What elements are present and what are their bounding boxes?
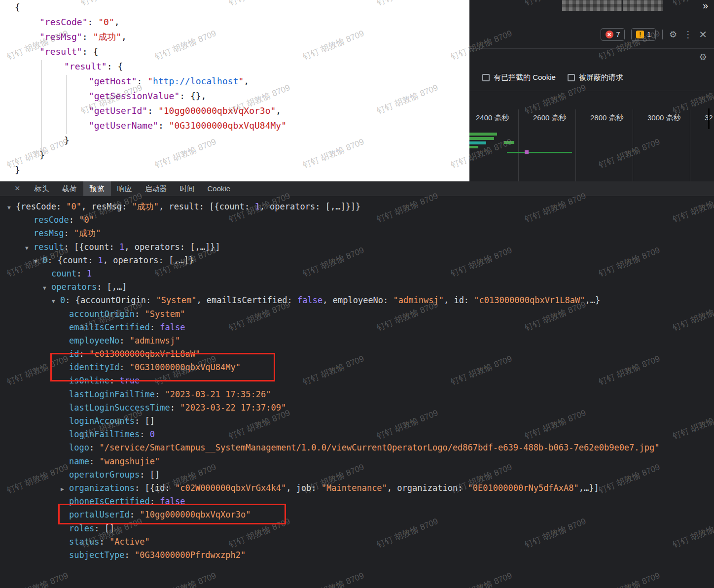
tab-启动器[interactable]: 启动器	[139, 181, 174, 196]
token: {},	[190, 91, 207, 101]
expand-arrow-icon[interactable]: ▼	[7, 201, 16, 214]
response-json-panel: {"resCode": "0","resMsg": "成功","result":…	[0, 0, 469, 181]
expand-arrow-icon[interactable]: ▼	[43, 281, 51, 295]
overflow-tabs-chevron-icon[interactable]: »	[703, 0, 708, 11]
expand-arrow-icon[interactable]: ▼	[25, 242, 34, 255]
json-line: "getHost": "http://localhost",	[0, 74, 286, 89]
token: "2023-03-22 17:37:09"	[180, 403, 286, 413]
tree-row[interactable]: lastLoginFailTime: "2023-03-21 17:35:26"	[0, 388, 714, 401]
filter-option-1[interactable]: 被屏蔽的请求	[568, 73, 623, 82]
token: "10gg000000qbxVqXor3o"	[158, 105, 276, 116]
token: 1	[119, 242, 124, 252]
tree-row[interactable]: ▼0: {count: 1, operators: [,…]}	[0, 254, 714, 267]
token: employeeNo	[69, 336, 119, 346]
indent-guide	[41, 60, 42, 149]
token: organizations	[69, 483, 135, 493]
waterfall-bar[interactable]	[504, 141, 514, 144]
tree-row[interactable]: ▼{resCode: "0", resMsg: "成功", result: [{…	[0, 200, 714, 213]
tree-row[interactable]: resMsg: "成功"	[0, 227, 714, 240]
tree-row[interactable]: ▼result: [{count: 1, operators: [,…]}]	[0, 241, 714, 254]
tree-row[interactable]: logo: "/service/SmartCampus__SystemManag…	[0, 441, 714, 454]
waterfall-bar[interactable]	[525, 150, 529, 154]
tree-row[interactable]: ▶organizations: [{id: "c02W000000qbxVrGx…	[0, 482, 714, 495]
token: operators	[51, 282, 97, 292]
token: , resMsg:	[81, 202, 132, 211]
tree-row[interactable]: accountOrigin: "System"	[0, 308, 714, 321]
settings-gear-icon[interactable]: ⚙	[669, 30, 677, 39]
censored-mosaic	[623, 0, 663, 11]
token: : {accountOrigin:	[65, 295, 156, 305]
request-detail-tab-bar: × 标头载荷预览响应启动器时间Cookie	[0, 181, 714, 196]
token: "0"	[66, 202, 81, 211]
divider	[469, 91, 714, 91]
tree-row[interactable]: operatorGroups: []	[0, 468, 714, 482]
token: ,…}]	[579, 483, 599, 493]
tree-row[interactable]: loginAccounts: []	[0, 415, 714, 428]
waterfall-bar[interactable]	[469, 146, 478, 148]
tree-row[interactable]: name: "wangshujie"	[0, 455, 714, 468]
console-error-badge[interactable]: ✕ 7	[601, 28, 625, 41]
issues-badge[interactable]: ! 1	[631, 28, 656, 41]
network-settings-gear-icon[interactable]: ⚙	[699, 52, 707, 62]
token: []	[105, 523, 114, 533]
token: {	[117, 61, 123, 71]
checkbox-icon[interactable]	[568, 74, 575, 81]
censored-mosaic	[562, 0, 622, 11]
token: :	[179, 91, 190, 101]
tree-row[interactable]: ▼0: {accountOrigin: "System", emailIsCer…	[0, 294, 714, 307]
token: resMsg	[34, 228, 64, 238]
filter-label: 被屏蔽的请求	[579, 73, 623, 82]
waterfall-bar[interactable]	[507, 152, 572, 153]
filter-option-0[interactable]: 有已拦截的 Cookie	[482, 73, 556, 82]
tab-响应[interactable]: 响应	[111, 181, 139, 196]
close-devtools-icon[interactable]: ✕	[699, 30, 707, 39]
checkbox-icon[interactable]	[482, 74, 490, 81]
waterfall-bar[interactable]	[469, 141, 486, 144]
tree-row[interactable]: loginFailTimes: 0	[0, 428, 714, 441]
waterfall-bar[interactable]	[469, 137, 494, 140]
token: 1	[87, 269, 92, 278]
token: "0G31000000qbxVqU84My"	[169, 120, 286, 131]
expand-arrow-icon[interactable]: ▼	[34, 255, 42, 268]
tab-载荷[interactable]: 载荷	[56, 181, 83, 196]
expand-arrow-icon[interactable]: ▶	[61, 483, 69, 496]
token: operatorGroups	[69, 470, 140, 480]
error-count: 7	[616, 31, 620, 38]
token: :	[170, 403, 180, 413]
tree-row[interactable]: count: 1	[0, 267, 714, 280]
tab-时间[interactable]: 时间	[174, 181, 201, 196]
token: name	[69, 456, 89, 466]
waterfall-bar[interactable]	[469, 133, 497, 136]
token: accountOrigin	[69, 309, 135, 319]
tree-row[interactable]: subjectType: "0G34000000Pfrdwxzph2"	[0, 549, 714, 562]
tree-row[interactable]: status: "Active"	[0, 535, 714, 549]
tree-row[interactable]: emailIsCertified: false	[0, 321, 714, 334]
token: "System"	[156, 295, 196, 305]
tree-row[interactable]: lastLoginSuccessTime: "2023-03-22 17:37:…	[0, 401, 714, 415]
token: :	[64, 228, 73, 238]
tab-标头[interactable]: 标头	[28, 181, 56, 196]
more-options-kebab-icon[interactable]: ⋮	[683, 30, 692, 39]
tab-预览[interactable]: 预览	[83, 181, 111, 196]
tree-row[interactable]: employeeNo: "adminwsj"	[0, 334, 714, 347]
token: :	[76, 269, 86, 278]
token: emailIsCertified	[69, 322, 150, 332]
json-line: "result": {	[0, 44, 286, 59]
token: :	[158, 120, 169, 131]
timeline-gridline	[575, 109, 576, 181]
token: }	[64, 135, 70, 145]
token: :	[140, 429, 149, 439]
token: ,	[276, 105, 281, 116]
token: , operators: [,…]}]	[124, 242, 220, 252]
divider	[662, 30, 663, 39]
token: roles	[69, 523, 94, 533]
token: "c02W000000qbxVrGx4k4"	[175, 483, 286, 493]
tree-row[interactable]: ▼operators: [,…]	[0, 280, 714, 294]
tree-row[interactable]: resCode: "0"	[0, 213, 714, 227]
close-detail-pane-icon[interactable]: ×	[15, 183, 20, 194]
divider	[469, 48, 714, 49]
tab-Cookie[interactable]: Cookie	[201, 181, 237, 196]
localhost-link[interactable]: http://localhost	[153, 76, 238, 86]
expand-arrow-icon[interactable]: ▼	[52, 295, 60, 308]
json-line: "getUserName": "0G31000000qbxVqU84My"	[0, 118, 286, 133]
